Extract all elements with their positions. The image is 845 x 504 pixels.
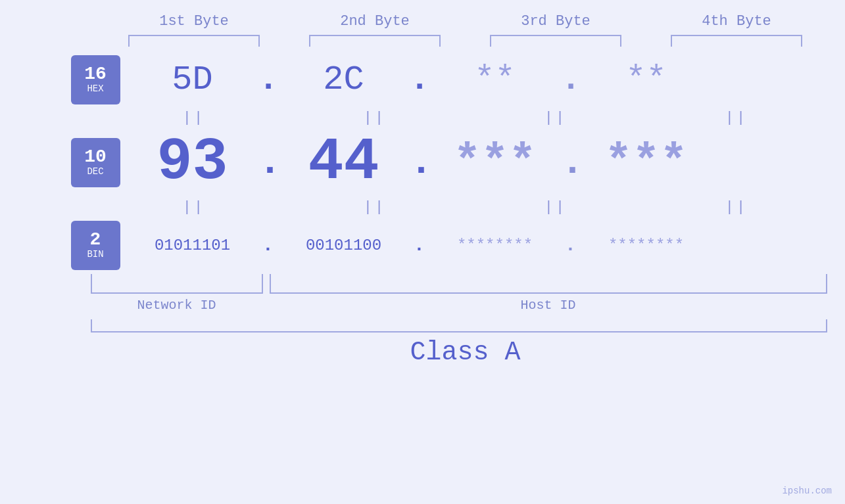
bottom-brackets — [104, 274, 827, 294]
hex-badge: 16 HEX — [71, 55, 120, 104]
bracket-byte4 — [671, 35, 802, 47]
overall-bracket — [91, 319, 827, 332]
dec-base-label: DEC — [87, 166, 103, 177]
bracket-byte1 — [128, 35, 260, 47]
badge-spacer — [41, 274, 91, 294]
host-bracket — [270, 274, 827, 294]
hex-row: 16 HEX 5D . 2C . ** . ** — [133, 53, 712, 106]
eq1-b2: || — [309, 110, 441, 126]
class-label: Class A — [104, 338, 827, 367]
dec-values: 93 . 44 . *** . *** — [127, 129, 712, 196]
watermark: ipshu.com — [782, 486, 832, 496]
bracket-byte3 — [490, 35, 621, 47]
bin-base-label: BIN — [87, 249, 103, 260]
byte2-header: 2nd Byte — [309, 13, 441, 30]
bin-dot1: . — [258, 235, 278, 256]
dec-byte3: *** — [429, 137, 561, 189]
overall-bracket-row — [104, 319, 827, 332]
equals-row-2: || || || || — [104, 195, 827, 219]
dec-dot3: . — [561, 140, 581, 185]
hex-values: 5D . 2C . ** . ** — [127, 60, 712, 99]
dec-byte1: 93 — [127, 129, 258, 196]
eq1-b1: || — [128, 110, 260, 126]
dec-dot2: . — [410, 140, 429, 185]
bracket-byte2 — [309, 35, 441, 47]
dec-badge: 10 DEC — [71, 138, 120, 187]
hex-base-label: HEX — [87, 83, 103, 94]
dec-base-number: 10 — [84, 148, 107, 166]
eq2-b2: || — [309, 199, 441, 216]
byte1-header: 1st Byte — [128, 13, 260, 30]
hex-byte4: ** — [581, 60, 712, 99]
hex-byte1: 5D — [127, 60, 258, 99]
eq2-b1: || — [128, 199, 260, 216]
id-spacer — [41, 298, 91, 313]
bin-byte3: ******** — [429, 237, 561, 254]
network-bracket — [91, 274, 263, 294]
hex-dot1: . — [258, 60, 278, 99]
hex-byte3: ** — [429, 60, 561, 99]
bin-row: 2 BIN 01011101 . 00101100 . ******** . *… — [133, 219, 712, 271]
hex-dot3: . — [561, 60, 581, 99]
hex-dot2: . — [410, 60, 429, 99]
byte3-header: 3rd Byte — [490, 13, 621, 30]
id-labels: Network ID Host ID — [104, 298, 827, 313]
dec-byte4: *** — [581, 137, 712, 189]
eq1-b3: || — [490, 110, 621, 126]
main-container: 1st Byte 2nd Byte 3rd Byte 4th Byte 16 H… — [0, 0, 845, 504]
hex-base-number: 16 — [84, 65, 107, 83]
dec-dot1: . — [258, 140, 278, 185]
eq2-b4: || — [671, 199, 802, 216]
overall-spacer — [41, 319, 91, 332]
bin-badge: 2 BIN — [71, 221, 120, 270]
dec-row: 10 DEC 93 . 44 . *** . *** — [133, 129, 712, 195]
eq1-b4: || — [671, 110, 802, 126]
equals-row-1: || || || || — [104, 106, 827, 129]
bin-byte2: 00101100 — [278, 237, 410, 254]
bin-base-number: 2 — [90, 231, 101, 249]
hex-byte2: 2C — [278, 60, 410, 99]
bin-values: 01011101 . 00101100 . ******** . *******… — [127, 235, 712, 256]
bin-byte4: ******** — [581, 237, 712, 254]
network-id-label: Network ID — [91, 298, 263, 313]
top-brackets — [104, 35, 827, 47]
eq2-b3: || — [490, 199, 621, 216]
byte-headers: 1st Byte 2nd Byte 3rd Byte 4th Byte — [104, 13, 827, 30]
bin-byte1: 01011101 — [127, 237, 258, 254]
bin-dot3: . — [561, 235, 581, 256]
byte4-header: 4th Byte — [671, 13, 802, 30]
bin-dot2: . — [410, 235, 429, 256]
dec-byte2: 44 — [278, 129, 410, 196]
host-id-label: Host ID — [270, 298, 827, 313]
